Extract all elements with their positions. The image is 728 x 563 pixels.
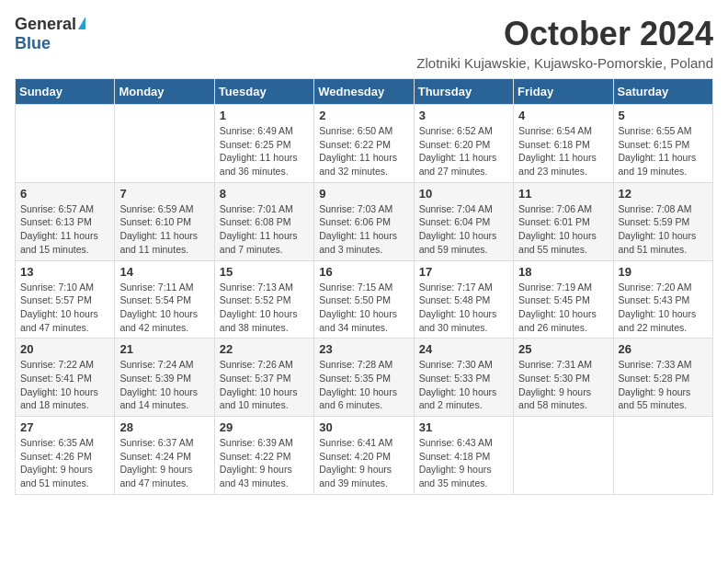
calendar-cell: 1Sunrise: 6:49 AMSunset: 6:25 PMDaylight… — [214, 105, 313, 183]
weekday-header-thursday: Thursday — [414, 79, 513, 105]
day-info: Sunrise: 6:43 AMSunset: 4:18 PMDaylight:… — [419, 436, 508, 490]
weekday-header-sunday: Sunday — [16, 79, 115, 105]
day-info: Sunrise: 7:13 AMSunset: 5:52 PMDaylight:… — [220, 281, 309, 335]
calendar-cell: 12Sunrise: 7:08 AMSunset: 5:59 PMDayligh… — [613, 182, 712, 260]
calendar-week-1: 1Sunrise: 6:49 AMSunset: 6:25 PMDaylight… — [16, 105, 713, 183]
day-info: Sunrise: 6:54 AMSunset: 6:18 PMDaylight:… — [518, 124, 608, 178]
day-info: Sunrise: 7:20 AMSunset: 5:43 PMDaylight:… — [619, 281, 708, 335]
day-info: Sunrise: 6:50 AMSunset: 6:22 PMDaylight:… — [319, 124, 408, 178]
month-title: October 2024 — [416, 15, 713, 53]
calendar-cell: 9Sunrise: 7:03 AMSunset: 6:06 PMDaylight… — [314, 182, 414, 260]
calendar-cell: 24Sunrise: 7:30 AMSunset: 5:33 PMDayligh… — [414, 339, 513, 417]
weekday-header-friday: Friday — [514, 79, 613, 105]
day-info: Sunrise: 6:49 AMSunset: 6:25 PMDaylight:… — [220, 124, 309, 178]
day-info: Sunrise: 7:06 AMSunset: 6:01 PMDaylight:… — [518, 202, 608, 257]
calendar-cell: 14Sunrise: 7:11 AMSunset: 5:54 PMDayligh… — [115, 260, 214, 339]
calendar-cell: 23Sunrise: 7:28 AMSunset: 5:35 PMDayligh… — [314, 339, 414, 417]
day-info: Sunrise: 7:15 AMSunset: 5:50 PMDaylight:… — [319, 281, 408, 335]
page-header: General Blue October 2024 Zlotniki Kujaw… — [15, 15, 713, 71]
calendar-cell: 30Sunrise: 6:41 AMSunset: 4:20 PMDayligh… — [314, 417, 414, 495]
day-info: Sunrise: 7:11 AMSunset: 5:54 PMDaylight:… — [119, 281, 209, 335]
calendar-cell: 25Sunrise: 7:31 AMSunset: 5:30 PMDayligh… — [514, 339, 613, 417]
calendar-cell: 4Sunrise: 6:54 AMSunset: 6:18 PMDaylight… — [514, 105, 613, 183]
calendar-cell — [514, 417, 613, 495]
day-number: 10 — [419, 187, 508, 201]
calendar-cell: 28Sunrise: 6:37 AMSunset: 4:24 PMDayligh… — [115, 417, 214, 495]
calendar-cell: 27Sunrise: 6:35 AMSunset: 4:26 PMDayligh… — [16, 417, 115, 495]
day-number: 7 — [119, 187, 209, 201]
calendar-header: SundayMondayTuesdayWednesdayThursdayFrid… — [16, 79, 713, 105]
day-number: 22 — [220, 342, 309, 356]
logo-blue-text: Blue — [15, 34, 51, 53]
calendar-cell: 7Sunrise: 6:59 AMSunset: 6:10 PMDaylight… — [115, 182, 214, 260]
day-info: Sunrise: 7:26 AMSunset: 5:37 PMDaylight:… — [220, 358, 309, 412]
day-number: 27 — [20, 420, 109, 434]
day-info: Sunrise: 7:31 AMSunset: 5:30 PMDaylight:… — [518, 358, 608, 412]
day-number: 4 — [518, 109, 608, 122]
calendar-cell: 17Sunrise: 7:17 AMSunset: 5:48 PMDayligh… — [414, 260, 513, 339]
calendar-week-5: 27Sunrise: 6:35 AMSunset: 4:26 PMDayligh… — [16, 417, 713, 495]
calendar-cell: 6Sunrise: 6:57 AMSunset: 6:13 PMDaylight… — [16, 182, 115, 260]
calendar-cell: 10Sunrise: 7:04 AMSunset: 6:04 PMDayligh… — [414, 182, 513, 260]
day-number: 28 — [119, 420, 209, 434]
day-number: 19 — [619, 265, 708, 279]
day-number: 26 — [619, 342, 708, 356]
weekday-header-wednesday: Wednesday — [314, 79, 414, 105]
logo-icon — [78, 17, 85, 29]
day-number: 18 — [518, 265, 608, 279]
calendar-week-2: 6Sunrise: 6:57 AMSunset: 6:13 PMDaylight… — [16, 182, 713, 260]
day-number: 9 — [319, 187, 408, 201]
day-info: Sunrise: 7:22 AMSunset: 5:41 PMDaylight:… — [20, 358, 109, 412]
weekday-header-saturday: Saturday — [613, 79, 712, 105]
calendar-cell: 15Sunrise: 7:13 AMSunset: 5:52 PMDayligh… — [214, 260, 313, 339]
calendar-cell: 5Sunrise: 6:55 AMSunset: 6:15 PMDaylight… — [613, 105, 712, 183]
day-info: Sunrise: 7:08 AMSunset: 5:59 PMDaylight:… — [619, 202, 708, 257]
day-number: 24 — [419, 342, 508, 356]
day-number: 2 — [319, 109, 408, 122]
title-section: October 2024 Zlotniki Kujawskie, Kujawsk… — [416, 15, 713, 71]
calendar-table: SundayMondayTuesdayWednesdayThursdayFrid… — [15, 78, 713, 495]
day-number: 11 — [518, 187, 608, 201]
day-number: 8 — [220, 187, 309, 201]
day-info: Sunrise: 7:17 AMSunset: 5:48 PMDaylight:… — [419, 281, 508, 335]
calendar-cell: 19Sunrise: 7:20 AMSunset: 5:43 PMDayligh… — [613, 260, 712, 339]
logo: General Blue — [15, 15, 85, 53]
calendar-cell: 16Sunrise: 7:15 AMSunset: 5:50 PMDayligh… — [314, 260, 414, 339]
calendar-cell — [16, 105, 115, 183]
calendar-cell: 11Sunrise: 7:06 AMSunset: 6:01 PMDayligh… — [514, 182, 613, 260]
day-number: 15 — [220, 265, 309, 279]
day-number: 14 — [119, 265, 209, 279]
day-info: Sunrise: 6:39 AMSunset: 4:22 PMDaylight:… — [220, 436, 309, 490]
calendar-cell: 31Sunrise: 6:43 AMSunset: 4:18 PMDayligh… — [414, 417, 513, 495]
day-info: Sunrise: 7:10 AMSunset: 5:57 PMDaylight:… — [20, 281, 109, 335]
day-info: Sunrise: 6:55 AMSunset: 6:15 PMDaylight:… — [619, 124, 708, 178]
day-info: Sunrise: 7:03 AMSunset: 6:06 PMDaylight:… — [319, 202, 408, 257]
calendar-cell — [115, 105, 214, 183]
calendar-cell: 2Sunrise: 6:50 AMSunset: 6:22 PMDaylight… — [314, 105, 414, 183]
day-number: 25 — [518, 342, 608, 356]
weekday-header-monday: Monday — [115, 79, 214, 105]
day-info: Sunrise: 6:35 AMSunset: 4:26 PMDaylight:… — [20, 436, 109, 490]
day-info: Sunrise: 6:59 AMSunset: 6:10 PMDaylight:… — [119, 202, 209, 257]
day-number: 17 — [419, 265, 508, 279]
day-number: 16 — [319, 265, 408, 279]
day-info: Sunrise: 7:01 AMSunset: 6:08 PMDaylight:… — [220, 202, 309, 257]
day-number: 30 — [319, 420, 408, 434]
logo-general-text: General — [15, 15, 76, 34]
location-title: Zlotniki Kujawskie, Kujawsko-Pomorskie, … — [416, 55, 713, 71]
day-info: Sunrise: 6:57 AMSunset: 6:13 PMDaylight:… — [20, 202, 109, 257]
day-number: 5 — [619, 109, 708, 122]
day-info: Sunrise: 6:52 AMSunset: 6:20 PMDaylight:… — [419, 124, 508, 178]
day-info: Sunrise: 7:33 AMSunset: 5:28 PMDaylight:… — [619, 358, 708, 412]
day-number: 20 — [20, 342, 109, 356]
calendar-cell: 21Sunrise: 7:24 AMSunset: 5:39 PMDayligh… — [115, 339, 214, 417]
day-number: 12 — [619, 187, 708, 201]
day-number: 29 — [220, 420, 309, 434]
day-number: 6 — [20, 187, 109, 201]
calendar-cell: 22Sunrise: 7:26 AMSunset: 5:37 PMDayligh… — [214, 339, 313, 417]
day-info: Sunrise: 7:04 AMSunset: 6:04 PMDaylight:… — [419, 202, 508, 257]
day-info: Sunrise: 7:30 AMSunset: 5:33 PMDaylight:… — [419, 358, 508, 412]
day-info: Sunrise: 6:37 AMSunset: 4:24 PMDaylight:… — [119, 436, 209, 490]
calendar-cell: 13Sunrise: 7:10 AMSunset: 5:57 PMDayligh… — [16, 260, 115, 339]
day-info: Sunrise: 6:41 AMSunset: 4:20 PMDaylight:… — [319, 436, 408, 490]
